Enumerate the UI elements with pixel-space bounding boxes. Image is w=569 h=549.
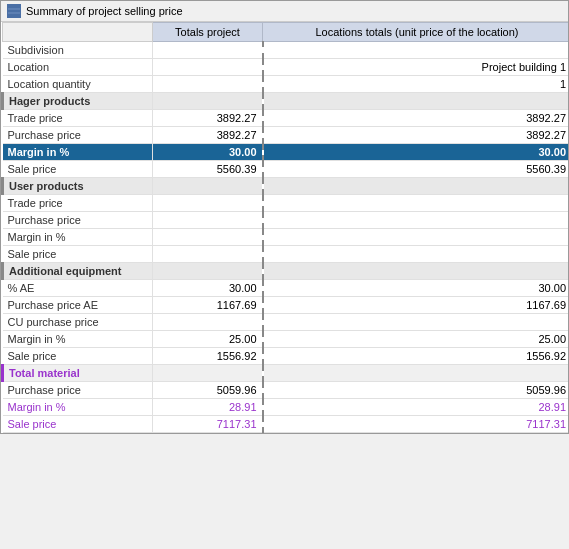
table-row: CU purchase price (3, 314, 569, 331)
table-row: Subdivision (3, 42, 569, 59)
row-label: Trade price (3, 195, 153, 212)
row-totals: 5059.96 (153, 382, 263, 399)
svg-rect-0 (8, 5, 20, 17)
row-totals: 7117.31 (153, 416, 263, 433)
table-row: Trade price (3, 195, 569, 212)
section-locations (263, 263, 569, 280)
table-row: Margin in % 28.91 28.91 (3, 399, 569, 416)
row-totals: 30.00 (153, 144, 263, 161)
row-locations: 30.00 (263, 280, 569, 297)
table-row: Sale price 1556.92 1556.92 (3, 348, 569, 365)
row-totals: 5560.39 (153, 161, 263, 178)
row-label: Purchase price AE (3, 297, 153, 314)
table-row: Margin in % 25.00 25.00 (3, 331, 569, 348)
section-locations (263, 178, 569, 195)
table-row: Purchase price (3, 212, 569, 229)
row-locations (263, 195, 569, 212)
total-totals (153, 365, 263, 382)
row-label: Sale price (3, 348, 153, 365)
table-container: Totals project Locations totals (unit pr… (1, 22, 568, 433)
section-label: User products (3, 178, 153, 195)
row-label: Margin in % (3, 399, 153, 416)
row-locations: 7117.31 (263, 416, 569, 433)
table-row: Location quantity 1 (3, 76, 569, 93)
section-locations (263, 93, 569, 110)
row-totals (153, 212, 263, 229)
row-locations: 3892.27 (263, 127, 569, 144)
total-label: Total material (3, 365, 153, 382)
table-row: Margin in % 30.00 30.00 (3, 144, 569, 161)
info-label: Location quantity (3, 76, 153, 93)
section-label: Additional equipment (3, 263, 153, 280)
table-row: Location Project building 1 (3, 59, 569, 76)
row-locations: 25.00 (263, 331, 569, 348)
header-locations: Locations totals (unit price of the loca… (263, 23, 569, 42)
section-totals (153, 93, 263, 110)
titlebar: Summary of project selling price (1, 1, 568, 22)
info-locations: Project building 1 (263, 59, 569, 76)
table-row: Trade price 3892.27 3892.27 (3, 110, 569, 127)
info-totals (153, 59, 263, 76)
row-totals (153, 195, 263, 212)
row-locations: 30.00 (263, 144, 569, 161)
row-label: Margin in % (3, 144, 153, 161)
table-row: Purchase price 3892.27 3892.27 (3, 127, 569, 144)
row-locations: 5059.96 (263, 382, 569, 399)
row-totals (153, 314, 263, 331)
window-icon (7, 4, 21, 18)
row-totals: 28.91 (153, 399, 263, 416)
row-totals (153, 229, 263, 246)
table-row: Sale price 5560.39 5560.39 (3, 161, 569, 178)
row-label: % AE (3, 280, 153, 297)
row-label: CU purchase price (3, 314, 153, 331)
total-locations (263, 365, 569, 382)
row-totals: 3892.27 (153, 127, 263, 144)
row-label: Purchase price (3, 127, 153, 144)
info-label: Subdivision (3, 42, 153, 59)
section-label: Hager products (3, 93, 153, 110)
row-totals: 1556.92 (153, 348, 263, 365)
row-locations: 3892.27 (263, 110, 569, 127)
row-totals: 3892.27 (153, 110, 263, 127)
row-label: Sale price (3, 416, 153, 433)
row-locations: 5560.39 (263, 161, 569, 178)
header-totals: Totals project (153, 23, 263, 42)
summary-table: Totals project Locations totals (unit pr… (1, 22, 568, 433)
table-row: Sale price (3, 246, 569, 263)
section-totals (153, 178, 263, 195)
header-empty (3, 23, 153, 42)
row-label: Trade price (3, 110, 153, 127)
table-row: User products (3, 178, 569, 195)
table-row: Margin in % (3, 229, 569, 246)
row-totals (153, 246, 263, 263)
row-label: Margin in % (3, 229, 153, 246)
info-totals (153, 76, 263, 93)
row-locations (263, 246, 569, 263)
row-locations (263, 229, 569, 246)
table-row: Total material (3, 365, 569, 382)
window: Summary of project selling price Totals … (0, 0, 569, 434)
info-label: Location (3, 59, 153, 76)
info-locations: 1 (263, 76, 569, 93)
info-totals (153, 42, 263, 59)
row-locations: 1167.69 (263, 297, 569, 314)
section-totals (153, 263, 263, 280)
row-label: Sale price (3, 161, 153, 178)
row-label: Sale price (3, 246, 153, 263)
row-locations (263, 212, 569, 229)
row-totals: 25.00 (153, 331, 263, 348)
header-row: Totals project Locations totals (unit pr… (3, 23, 569, 42)
table-row: Purchase price 5059.96 5059.96 (3, 382, 569, 399)
row-totals: 1167.69 (153, 297, 263, 314)
row-locations: 1556.92 (263, 348, 569, 365)
table-row: Hager products (3, 93, 569, 110)
row-locations (263, 314, 569, 331)
row-label: Margin in % (3, 331, 153, 348)
row-totals: 30.00 (153, 280, 263, 297)
row-label: Purchase price (3, 382, 153, 399)
table-row: Sale price 7117.31 7117.31 (3, 416, 569, 433)
row-locations: 28.91 (263, 399, 569, 416)
table-row: % AE 30.00 30.00 (3, 280, 569, 297)
table-row: Purchase price AE 1167.69 1167.69 (3, 297, 569, 314)
info-locations (263, 42, 569, 59)
